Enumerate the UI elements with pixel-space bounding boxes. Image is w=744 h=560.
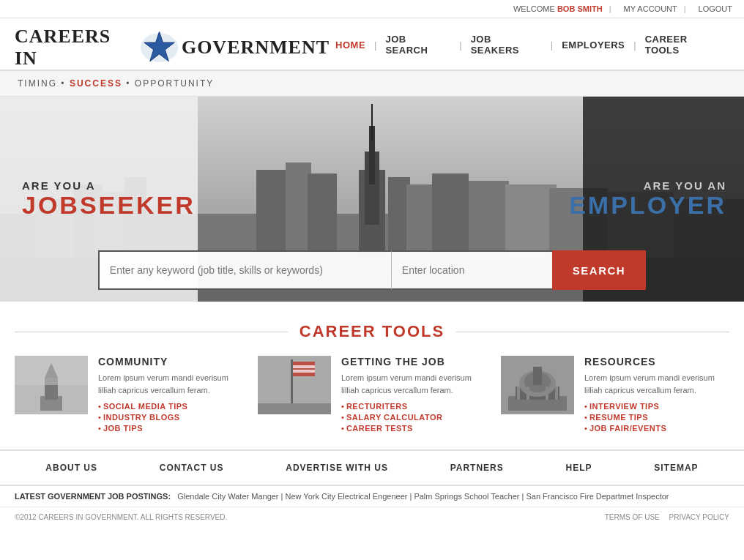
footer-links: ABOUT US CONTACT US ADVERTISE WITH US PA… bbox=[0, 449, 744, 486]
tagline: TIMING • SUCCESS • OPPORTUNITY bbox=[0, 71, 744, 97]
svg-rect-34 bbox=[293, 370, 315, 373]
hero-jobseeker-label: ARE YOU A bbox=[22, 179, 96, 192]
career-tools-section: CAREER TOOLS COMMUNITY Lorem ipsum veru bbox=[0, 302, 744, 449]
tools-grid: COMMUNITY Lorem ipsum verum mandi everis… bbox=[15, 356, 729, 435]
svg-rect-29 bbox=[15, 356, 88, 385]
ticker-label: LATEST GOVERNMENT JOB POSTINGS: bbox=[15, 492, 171, 501]
tool-card-resources: RESOURCES Lorem ipsum verum mandi everis… bbox=[501, 356, 729, 435]
top-bar: WELCOME BOB SMITH | MY ACCOUNT | LOGOUT bbox=[0, 0, 744, 18]
my-account-link[interactable]: MY ACCOUNT bbox=[624, 4, 677, 13]
bottom-links: TERMS OF USE PRIVACY POLICY bbox=[598, 513, 729, 521]
footer-help[interactable]: HELP bbox=[565, 463, 592, 473]
link-salary-calculator[interactable]: SALARY CALCULATOR bbox=[346, 413, 443, 422]
link-resume-tips[interactable]: RESUME TIPS bbox=[589, 413, 648, 422]
tagline-left: TIMING bbox=[18, 78, 57, 89]
section-title-red: TOOLS bbox=[382, 322, 444, 340]
search-button[interactable]: SEARCH bbox=[552, 250, 646, 290]
section-title: CAREER TOOLS bbox=[15, 322, 729, 341]
resources-desc: Lorem ipsum verum mandi everisum lilliah… bbox=[584, 372, 729, 396]
footer-sitemap[interactable]: SITEMAP bbox=[654, 463, 698, 473]
copyright: ©2012 CAREERS IN GOVERNMENT. ALL RIGHTS … bbox=[15, 513, 227, 521]
header: CAREERS IN GOVERNMENT HOME | JOB SEARCH … bbox=[0, 18, 744, 71]
community-links: SOCIAL MEDIA TIPS INDUSTRY BLOGS JOB TIP… bbox=[98, 402, 243, 433]
svg-rect-41 bbox=[533, 367, 542, 385]
footer-about-us[interactable]: ABOUT US bbox=[45, 463, 97, 473]
link-job-fair[interactable]: JOB FAIR/EVENTS bbox=[589, 424, 666, 433]
resources-title: RESOURCES bbox=[584, 356, 729, 367]
link-industry-blogs[interactable]: INDUSTRY BLOGS bbox=[103, 413, 180, 422]
nav-job-search[interactable]: JOB SEARCH bbox=[379, 31, 456, 59]
username: BOB SMITH bbox=[557, 4, 603, 13]
link-job-tips[interactable]: JOB TIPS bbox=[103, 424, 143, 433]
link-interview-tips[interactable]: INTERVIEW TIPS bbox=[589, 402, 659, 411]
logo-star-icon bbox=[140, 28, 179, 67]
footer-partners[interactable]: PARTNERS bbox=[450, 463, 504, 473]
logo-text-left: CAREERS IN bbox=[15, 26, 137, 70]
getting-job-title: GETTING THE JOB bbox=[341, 356, 486, 367]
nav-home[interactable]: HOME bbox=[330, 37, 371, 53]
hero-employer-highlight: EMPLOYER bbox=[569, 192, 726, 219]
link-recruiters[interactable]: RECTURITERS bbox=[346, 402, 408, 411]
tool-img-resources bbox=[501, 356, 574, 414]
resources-links: INTERVIEW TIPS RESUME TIPS JOB FAIR/EVEN… bbox=[584, 402, 729, 433]
main-nav: HOME | JOB SEARCH | JOB SEAKERS | EMPLOY… bbox=[330, 31, 729, 64]
svg-rect-42 bbox=[517, 387, 520, 400]
tool-content-job: GETTING THE JOB Lorem ipsum verum mandi … bbox=[341, 356, 486, 435]
search-keyword-input[interactable] bbox=[98, 250, 391, 290]
community-desc: Lorem ipsum verum mandi everisum lilliah… bbox=[98, 372, 243, 396]
logo-text-right: GOVERNMENT bbox=[182, 37, 330, 59]
search-bar: SEARCH bbox=[0, 239, 744, 302]
welcome-text: WELCOME bbox=[513, 4, 555, 13]
tool-img-community bbox=[15, 356, 88, 414]
section-title-black: CAREER bbox=[300, 322, 376, 340]
hero-employer-label: ARE YOU AN bbox=[644, 179, 726, 192]
tool-card-community: COMMUNITY Lorem ipsum verum mandi everis… bbox=[15, 356, 243, 435]
svg-rect-14 bbox=[371, 104, 373, 141]
link-social-media-tips[interactable]: SOCIAL MEDIA TIPS bbox=[103, 402, 187, 411]
ticker: LATEST GOVERNMENT JOB POSTINGS: Glendale… bbox=[0, 486, 744, 507]
svg-rect-33 bbox=[293, 365, 315, 368]
link-career-tests[interactable]: CAREER TESTS bbox=[346, 424, 413, 433]
bottom-bar: ©2012 CAREERS IN GOVERNMENT. ALL RIGHTS … bbox=[0, 507, 744, 527]
svg-rect-45 bbox=[546, 387, 548, 400]
tool-img-job bbox=[258, 356, 331, 414]
logout-link[interactable]: LOGOUT bbox=[699, 4, 732, 13]
svg-rect-32 bbox=[293, 362, 315, 376]
hero-banner: ARE YOU A JOBSEEKER ARE YOU AN EMPLOYER … bbox=[0, 97, 744, 302]
getting-job-desc: Lorem ipsum verum mandi everisum lilliah… bbox=[341, 372, 486, 396]
svg-rect-44 bbox=[527, 387, 529, 400]
tool-content-resources: RESOURCES Lorem ipsum verum mandi everis… bbox=[584, 356, 729, 435]
footer-contact-us[interactable]: CONTACT US bbox=[160, 463, 224, 473]
community-title: COMMUNITY bbox=[98, 356, 243, 367]
nav-job-seekers[interactable]: JOB SEAKERS bbox=[465, 31, 548, 59]
tagline-right: OPPORTUNITY bbox=[135, 78, 214, 89]
svg-rect-31 bbox=[291, 359, 293, 411]
hero-jobseeker-highlight: JOBSEEKER bbox=[22, 192, 196, 219]
svg-rect-35 bbox=[258, 403, 331, 414]
search-location-input[interactable] bbox=[391, 250, 552, 290]
terms-link[interactable]: TERMS OF USE bbox=[605, 513, 660, 521]
tagline-highlight: SUCCESS bbox=[70, 78, 122, 89]
nav-employers[interactable]: EMPLOYERS bbox=[556, 37, 630, 53]
ticker-items: Glendale City Water Manger | New York Ci… bbox=[177, 492, 669, 501]
svg-rect-43 bbox=[555, 387, 558, 400]
getting-job-links: RECTURITERS SALARY CALCULATOR CAREER TES… bbox=[341, 402, 486, 433]
nav-career-tools[interactable]: CAREER TOOLS bbox=[639, 31, 729, 59]
logo: CAREERS IN GOVERNMENT bbox=[15, 26, 330, 70]
tool-content-community: COMMUNITY Lorem ipsum verum mandi everis… bbox=[98, 356, 243, 435]
footer-advertise[interactable]: ADVERTISE WITH US bbox=[286, 463, 388, 473]
tool-card-getting-job: GETTING THE JOB Lorem ipsum verum mandi … bbox=[258, 356, 486, 435]
privacy-link[interactable]: PRIVACY POLICY bbox=[669, 513, 729, 521]
